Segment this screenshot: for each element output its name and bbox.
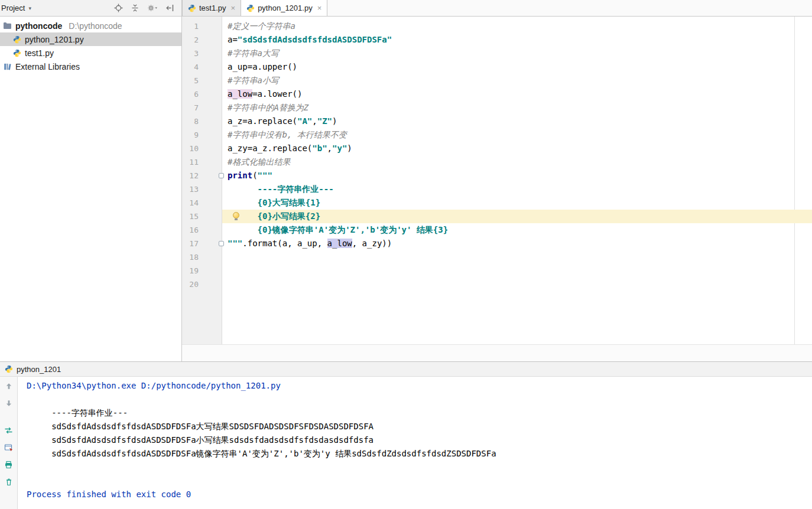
close-icon[interactable]: × — [231, 4, 236, 12]
code-text: #格式化输出结果 — [222, 155, 812, 169]
editor-tabs: test1.py×python_1201.py× — [182, 0, 812, 16]
collapse-all-icon[interactable] — [131, 4, 139, 12]
down-arrow-icon[interactable] — [4, 399, 14, 408]
code-editor[interactable]: 1#定义一个字符串a2a="sdSdsfdAdsdsdfsfdsdASDSDFD… — [182, 17, 812, 361]
console-line — [27, 393, 812, 406]
folder-icon — [3, 22, 12, 30]
line-number: 14 — [182, 196, 222, 210]
print-icon[interactable] — [4, 460, 14, 469]
console-body: D:\Python34\python.exe D:/pythoncode/pyt… — [0, 377, 812, 509]
editor-line-6[interactable]: 6a_low=a.lower() — [182, 87, 812, 101]
code-text: """.format(a, a_up, a_low, a_zy)) — [222, 237, 812, 250]
editor-line-7[interactable]: 7#字符串中的A替换为Z — [182, 101, 812, 115]
project-toolbar: Project ▾ — [0, 0, 182, 16]
line-number: 5 — [182, 74, 222, 87]
console-settings-icon[interactable] — [4, 443, 14, 452]
line-number: 15 — [182, 210, 222, 223]
project-item-External Libraries[interactable]: External Libraries — [0, 60, 181, 73]
editor-hscrollbar[interactable] — [182, 344, 812, 361]
editor-line-14[interactable]: 14 {0}大写结果{1} — [182, 196, 812, 210]
editor-line-15[interactable]: 15 {0}小写结果{2} — [182, 210, 812, 223]
fold-icon[interactable] — [219, 241, 224, 246]
editor-lines: 1#定义一个字符串a2a="sdSdsfdAdsdsdfsfdsdASDSDFD… — [182, 17, 812, 291]
project-item-test1.py[interactable]: test1.py — [0, 46, 181, 60]
editor-line-4[interactable]: 4a_up=a.upper() — [182, 60, 812, 74]
project-selector-label: Project — [1, 4, 25, 12]
line-number: 1 — [182, 19, 222, 33]
editor-line-11[interactable]: 11#格式化输出结果 — [182, 155, 812, 169]
pycharm-window: Project ▾ test1.py×python_1201.py× — [0, 0, 812, 509]
fold-icon[interactable] — [219, 173, 224, 178]
project-root-name: pythoncode — [15, 21, 62, 31]
line-number: 11 — [182, 155, 222, 169]
editor-line-12[interactable]: 12print(""" — [182, 169, 812, 182]
project-item-label: External Libraries — [15, 62, 80, 71]
project-selector[interactable]: Project ▾ — [1, 4, 31, 12]
clear-console-icon[interactable] — [4, 477, 14, 487]
soft-wrap-icon[interactable] — [4, 426, 14, 435]
tab-label: python_1201.py — [258, 4, 313, 12]
console-output[interactable]: D:\Python34\python.exe D:/pythoncode/pyt… — [18, 377, 812, 509]
locate-icon[interactable] — [114, 4, 123, 12]
console-line: sdSdsfdAdsdsdfsfdsdASDSDFDSFa大写结果SDSDSFD… — [27, 420, 812, 433]
line-number: 9 — [182, 128, 222, 142]
code-text: #字符串中没有b, 本行结果不变 — [222, 128, 812, 142]
project-root-path: D:\pythoncode — [69, 21, 122, 31]
code-text: print(""" — [222, 169, 812, 182]
editor-line-20[interactable]: 20 — [182, 278, 812, 291]
line-number: 19 — [182, 264, 222, 278]
line-number: 17 — [182, 237, 222, 250]
close-icon[interactable]: × — [317, 4, 322, 12]
main-area: pythoncode D:\pythoncode python_1201.pyt… — [0, 17, 812, 361]
editor-line-13[interactable]: 13 ----字符串作业--- — [182, 182, 812, 196]
editor-line-5[interactable]: 5#字符串a小写 — [182, 74, 812, 87]
hide-panel-icon[interactable] — [165, 4, 174, 12]
code-text: ----字符串作业--- — [222, 182, 812, 196]
editor-line-19[interactable]: 19 — [182, 264, 812, 278]
project-panel: pythoncode D:\pythoncode python_1201.pyt… — [0, 17, 182, 361]
console-line: sdSdsfdAdsdsdfsfdsdASDSDFDSFa小写结果sdsdsfd… — [27, 433, 812, 447]
topbar: Project ▾ test1.py×python_1201.py× — [0, 0, 812, 17]
up-arrow-icon[interactable] — [4, 381, 14, 391]
code-text: #定义一个字符串a — [222, 19, 812, 33]
library-icon — [3, 63, 12, 71]
line-number: 10 — [182, 142, 222, 155]
editor-line-8[interactable]: 8a_z=a.replace("A","Z") — [182, 115, 812, 128]
code-text: #字符串a大写 — [222, 47, 812, 60]
line-number: 13 — [182, 182, 222, 196]
line-number: 12 — [182, 169, 222, 182]
project-item-label: python_1201.py — [25, 35, 84, 44]
python-icon — [5, 365, 13, 373]
chevron-down-icon: ▾ — [28, 5, 31, 11]
run-panel: python_1201 — [0, 361, 812, 509]
line-number: 7 — [182, 101, 222, 115]
console-line: ----字符串作业--- — [27, 406, 812, 420]
code-text: #字符串中的A替换为Z — [222, 101, 812, 115]
editor-line-10[interactable]: 10a_zy=a_z.replace("b","y") — [182, 142, 812, 155]
console-line: Process finished with exit code 0 — [27, 488, 812, 501]
code-text — [222, 278, 812, 291]
editor-line-2[interactable]: 2a="sdSdsfdAdsdsdfsfdsdASDSDFDSFa" — [182, 33, 812, 47]
settings-gear-icon[interactable] — [147, 4, 158, 12]
editor-line-16[interactable]: 16 {0}镜像字符串'A'变为'Z','b'变为'y' 结果{3} — [182, 223, 812, 237]
editor-line-17[interactable]: 17""".format(a, a_up, a_low, a_zy)) — [182, 237, 812, 250]
python-icon — [246, 4, 255, 12]
editor-line-18[interactable]: 18 — [182, 250, 812, 264]
code-text: a_low=a.lower() — [222, 87, 812, 101]
code-text — [222, 264, 812, 278]
project-root[interactable]: pythoncode D:\pythoncode — [0, 19, 181, 32]
tab-test1.py[interactable]: test1.py× — [182, 0, 241, 16]
python-icon — [13, 35, 21, 44]
tab-label: test1.py — [199, 4, 226, 12]
console-toolbar — [0, 377, 18, 509]
line-number: 3 — [182, 47, 222, 60]
intention-bulb-icon[interactable] — [233, 212, 239, 218]
editor-line-1[interactable]: 1#定义一个字符串a — [182, 19, 812, 33]
editor-line-9[interactable]: 9#字符串中没有b, 本行结果不变 — [182, 128, 812, 142]
line-number: 16 — [182, 223, 222, 237]
project-item-python_1201.py[interactable]: python_1201.py — [0, 32, 181, 46]
tab-python_1201.py[interactable]: python_1201.py× — [241, 0, 327, 16]
editor-line-3[interactable]: 3#字符串a大写 — [182, 47, 812, 60]
run-tab[interactable]: python_1201 — [0, 362, 812, 377]
project-toolbar-icons — [114, 4, 178, 12]
